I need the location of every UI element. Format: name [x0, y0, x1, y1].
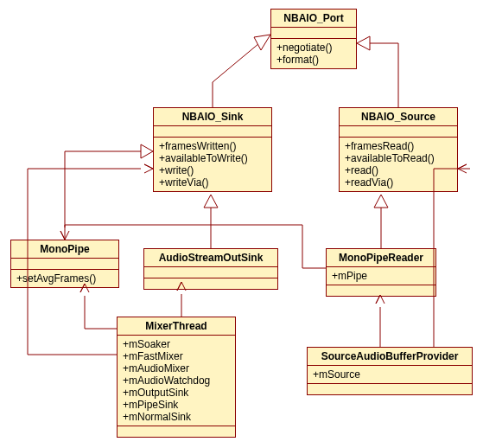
- attrs: [271, 28, 356, 39]
- attrs: [11, 259, 118, 270]
- class-source-audio-buffer-provider: SourceAudioBufferProvider +mSource: [307, 347, 473, 395]
- class-mono-pipe-reader: MonoPipeReader +mPipe: [326, 248, 436, 297]
- methods: +setAvgFrames(): [11, 270, 118, 287]
- methods: +framesRead() +availableToRead() +read()…: [340, 138, 457, 191]
- class-title: MixerThread: [118, 317, 235, 336]
- class-nbaio-source: NBAIO_Source +framesRead() +availableToR…: [339, 107, 458, 192]
- class-title: NBAIO_Source: [340, 108, 457, 126]
- class-title: MonoPipe: [11, 240, 118, 259]
- class-title: AudioStreamOutSink: [144, 249, 277, 267]
- class-title: NBAIO_Sink: [154, 108, 271, 126]
- class-title: MonoPipeReader: [327, 249, 435, 267]
- methods: [118, 426, 235, 437]
- attrs: +mSoaker +mFastMixer +mAudioMixer +mAudi…: [118, 336, 235, 426]
- methods: [144, 278, 277, 289]
- methods: [327, 285, 435, 296]
- attrs: [144, 267, 277, 278]
- svg-marker-2: [141, 144, 153, 158]
- svg-marker-1: [357, 36, 370, 50]
- class-title: NBAIO_Port: [271, 10, 356, 28]
- attrs: [154, 126, 271, 138]
- methods: [308, 384, 472, 394]
- class-nbaio-sink: NBAIO_Sink +framesWritten() +availableTo…: [153, 107, 272, 192]
- svg-marker-6: [374, 195, 388, 208]
- class-mono-pipe: MonoPipe +setAvgFrames(): [10, 240, 119, 288]
- methods: +framesWritten() +availableToWrite() +wr…: [154, 138, 271, 191]
- class-nbaio-port: NBAIO_Port +negotiate() +format(): [270, 9, 357, 69]
- svg-marker-0: [254, 35, 270, 50]
- svg-marker-4: [204, 195, 218, 208]
- attrs: +mPipe: [327, 267, 435, 285]
- methods: +negotiate() +format(): [271, 39, 356, 68]
- attrs: [340, 126, 457, 138]
- attrs: +mSource: [308, 366, 472, 384]
- class-mixer-thread: MixerThread +mSoaker +mFastMixer +mAudio…: [117, 317, 236, 438]
- class-title: SourceAudioBufferProvider: [308, 348, 472, 366]
- class-audio-stream-out-sink: AudioStreamOutSink: [143, 248, 278, 290]
